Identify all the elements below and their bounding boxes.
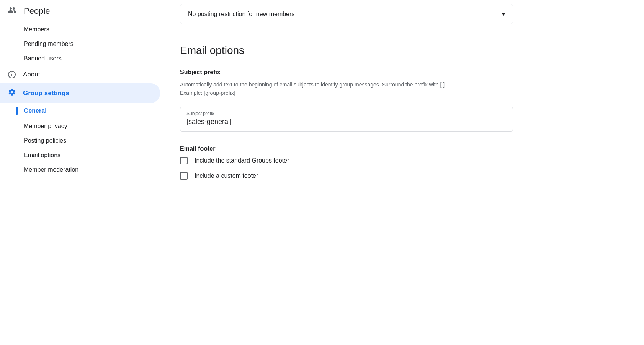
- sidebar-item-member-privacy[interactable]: Member privacy: [0, 119, 160, 133]
- email-footer-subsection: Email footer Include the standard Groups…: [180, 145, 621, 180]
- custom-footer-checkbox[interactable]: [180, 172, 188, 180]
- svg-point-2: [11, 73, 12, 73]
- dropdown-arrow-icon: ▾: [502, 10, 505, 18]
- subject-prefix-title: Subject prefix: [180, 69, 621, 76]
- sidebar-item-banned-users[interactable]: Banned users: [0, 51, 160, 66]
- people-icon: [8, 5, 17, 17]
- sidebar-item-member-moderation[interactable]: Member moderation: [0, 163, 160, 177]
- info-icon: [8, 70, 16, 79]
- custom-footer-row: Include a custom footer: [180, 172, 621, 180]
- posting-policies-label: Posting policies: [24, 137, 66, 144]
- banned-users-label: Banned users: [24, 55, 62, 62]
- general-label: General: [24, 107, 47, 114]
- sidebar-item-email-options[interactable]: Email options: [0, 148, 160, 163]
- sidebar-item-about[interactable]: About: [0, 66, 165, 83]
- posting-restriction-value: No posting restriction for new members: [188, 11, 294, 18]
- sidebar-item-members[interactable]: Members: [0, 22, 160, 37]
- email-options-section: Email options Subject prefix Automatical…: [180, 44, 621, 180]
- about-label: About: [23, 71, 40, 78]
- email-options-label: Email options: [24, 152, 60, 159]
- member-moderation-label: Member moderation: [24, 166, 78, 173]
- pending-members-label: Pending members: [24, 41, 74, 47]
- sidebar: People Members Pending members Banned us…: [0, 0, 165, 345]
- svg-rect-1: [11, 74, 12, 76]
- sidebar-item-general[interactable]: General: [0, 103, 160, 119]
- subject-prefix-subsection: Subject prefix Automatically add text to…: [180, 69, 621, 132]
- subject-prefix-field[interactable]: Subject prefix [sales-general]: [180, 107, 513, 132]
- sidebar-item-people[interactable]: People: [0, 0, 165, 22]
- member-privacy-label: Member privacy: [24, 123, 67, 130]
- standard-footer-row: Include the standard Groups footer: [180, 157, 621, 164]
- group-settings-label: Group settings: [23, 90, 69, 97]
- custom-footer-label: Include a custom footer: [195, 172, 258, 179]
- posting-restriction-dropdown[interactable]: No posting restriction for new members ▾: [180, 4, 513, 24]
- subject-prefix-value[interactable]: [sales-general]: [186, 118, 507, 126]
- subject-prefix-desc: Automatically add text to the beginning …: [180, 80, 448, 98]
- gear-icon: [8, 88, 16, 98]
- members-label: Members: [24, 26, 49, 33]
- section-divider: [180, 32, 513, 32]
- standard-footer-checkbox[interactable]: [180, 157, 188, 164]
- email-footer-title: Email footer: [180, 145, 621, 152]
- sidebar-item-pending-members[interactable]: Pending members: [0, 37, 160, 51]
- standard-footer-label: Include the standard Groups footer: [195, 157, 289, 164]
- people-label: People: [24, 6, 50, 16]
- email-options-title: Email options: [180, 44, 621, 57]
- subject-prefix-field-label: Subject prefix: [186, 111, 507, 116]
- sidebar-item-posting-policies[interactable]: Posting policies: [0, 133, 160, 148]
- sidebar-item-group-settings[interactable]: Group settings: [0, 83, 160, 103]
- main-content: No posting restriction for new members ▾…: [165, 0, 644, 345]
